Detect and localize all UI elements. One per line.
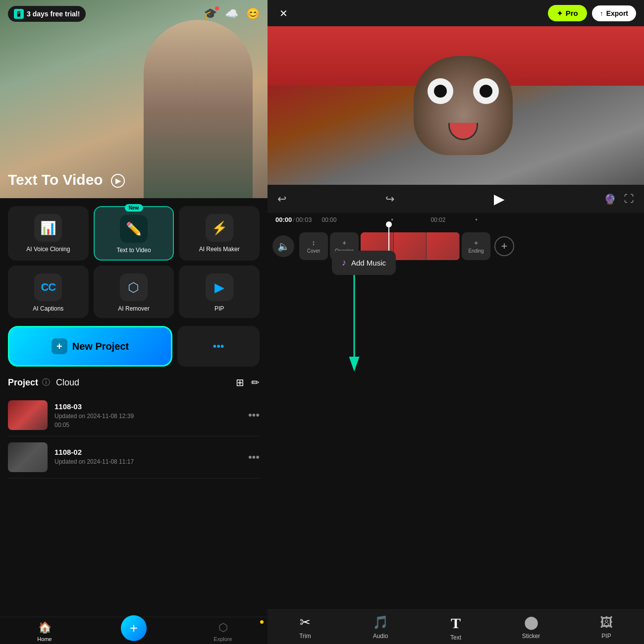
project-more-1[interactable]: ••• <box>248 409 260 422</box>
volume-button[interactable]: 🔈 <box>272 235 294 257</box>
video-frame-3 <box>427 232 460 260</box>
magic-icon[interactable]: 🔮 <box>604 193 616 205</box>
project-more-2[interactable]: ••• <box>248 451 260 464</box>
hero-background: 📱 3 days free trial! 🎓 ☁️ 😊 Text To Vide… <box>0 0 268 198</box>
tool-audio[interactable]: 🎵 Audio <box>343 615 418 641</box>
cat-video-frame <box>268 26 644 185</box>
tools-section: 📊 AI Voice Cloning New ✏️ Text to Video … <box>0 198 268 326</box>
time-total: 00:03 <box>296 216 312 223</box>
right-panel: ✕ ✦ Pro ↑ Export <box>268 0 644 644</box>
edit-projects-icon[interactable]: ✏ <box>251 376 260 388</box>
more-options-button[interactable]: ••• <box>177 326 260 367</box>
pointer-arrow <box>268 213 644 609</box>
top-bar: 📱 3 days free trial! 🎓 ☁️ 😊 <box>0 0 268 28</box>
time-dot-2: • <box>475 216 477 223</box>
pro-star-icon: ✦ <box>557 9 563 17</box>
project-info-1: 1108-03 Updated on 2024-11-08 12:39 00:0… <box>54 402 241 429</box>
tool-ai-remover[interactable]: ⬡ AI Remover <box>94 266 174 318</box>
tool-sticker[interactable]: ⬤ Sticker <box>493 615 569 641</box>
tool-text-to-video[interactable]: New ✏️ Text to Video <box>94 206 174 261</box>
right-top-actions: ✦ Pro ↑ Export <box>548 5 636 21</box>
new-badge: New <box>125 204 143 212</box>
ai-reels-label: AI Reels Maker <box>199 246 240 253</box>
new-project-plus-icon: + <box>52 338 67 354</box>
table-row[interactable]: 1108-03 Updated on 2024-11-08 12:39 00:0… <box>8 394 260 436</box>
play-circle-icon[interactable]: ▶ <box>111 174 125 188</box>
ending-clip[interactable]: + Ending <box>462 232 490 260</box>
pip-icon: ▶ <box>215 280 224 295</box>
arrow-overlay <box>268 213 644 609</box>
ai-reels-icon-box: ⚡ <box>206 214 233 242</box>
time-ruler: 00:00 / 00:03 00:00 • 00:02 • <box>268 213 644 226</box>
explore-notification-dot <box>260 620 264 624</box>
pip-tool-icon: 🖼 <box>600 615 613 630</box>
time-marks: 00:00 • 00:02 • <box>322 216 636 223</box>
cat-eye-right <box>473 78 499 104</box>
ai-captions-label: AI Captions <box>33 305 63 312</box>
redo-button[interactable]: ↪ <box>385 193 394 206</box>
undo-button[interactable]: ↩ <box>277 193 286 206</box>
project-date-2: Updated on 2024-11-08 11:17 <box>54 458 241 465</box>
ending-icon: + <box>474 239 478 247</box>
tool-ai-reels-maker[interactable]: ⚡ AI Reels Maker <box>179 206 260 261</box>
tool-pip[interactable]: 🖼 PIP <box>569 615 644 641</box>
table-row[interactable]: 1108-02 Updated on 2024-11-08 11:17 ••• <box>8 436 260 479</box>
trial-badge[interactable]: 📱 3 days free trial! <box>8 6 86 22</box>
bottom-navigation: 🏠 Home + ⬡ Explore <box>0 617 268 644</box>
bottom-tool-bar: ✂ Trim 🎵 Audio T Text ⬤ Sticker 🖼 PIP <box>268 609 644 644</box>
nav-home[interactable]: 🏠 Home <box>0 621 89 642</box>
ai-voice-icon: 📊 <box>40 220 56 236</box>
project-thumbnail-1 <box>8 400 48 430</box>
cat-pupil-left <box>434 85 447 98</box>
nav-explore[interactable]: ⬡ Explore <box>178 621 268 642</box>
home-label: Home <box>37 636 52 642</box>
more-dots-icon: ••• <box>213 340 224 353</box>
time-current: 00:00 <box>275 216 292 223</box>
cat-face <box>414 56 513 155</box>
ai-remover-label: AI Remover <box>118 305 149 312</box>
project-duration-1: 00:05 <box>54 422 241 429</box>
smiley-icon[interactable]: 😊 <box>246 7 260 20</box>
graduation-icon[interactable]: 🎓 <box>204 7 217 20</box>
project-name-2: 1108-02 <box>54 448 241 456</box>
text-to-video-icon-box: ✏️ <box>120 215 148 243</box>
new-project-button[interactable]: + New Project <box>8 326 172 367</box>
tool-ai-captions[interactable]: CC AI Captions <box>8 266 89 318</box>
export-button[interactable]: ↑ Export <box>592 5 636 21</box>
grid-view-icon[interactable]: ⊞ <box>236 376 244 388</box>
hero-text-area: Text To Video ▶ <box>8 171 125 188</box>
left-panel: 📱 3 days free trial! 🎓 ☁️ 😊 Text To Vide… <box>0 0 268 644</box>
play-button[interactable]: ▶ <box>494 191 505 207</box>
pro-upgrade-button[interactable]: ✦ Pro <box>548 5 587 21</box>
cat-pupil-right <box>480 85 492 98</box>
cover-icon: ↕ <box>312 239 316 247</box>
time-mark-1: 00:00 <box>322 216 336 223</box>
track-row: 🔈 ↕ Cover + Opening + Ending <box>268 226 644 266</box>
cover-clip[interactable]: ↕ Cover <box>299 232 328 260</box>
cloud-icon[interactable]: ☁️ <box>225 7 238 20</box>
text-label: Text <box>450 634 461 641</box>
home-icon: 🏠 <box>38 621 52 634</box>
tool-ai-voice-cloning[interactable]: 📊 AI Voice Cloning <box>8 206 89 261</box>
projects-header: Project ⓘ Cloud ⊞ ✏ <box>0 375 268 394</box>
tool-trim[interactable]: ✂ Trim <box>268 615 343 641</box>
notification-dot <box>215 6 219 10</box>
close-button[interactable]: ✕ <box>275 5 291 21</box>
trial-badge-icon: 📱 <box>14 9 24 19</box>
center-add-button[interactable]: + <box>121 615 147 641</box>
opening-icon: + <box>342 239 346 247</box>
nav-center-add[interactable]: + <box>89 621 178 642</box>
center-add-icon: + <box>130 620 138 636</box>
add-music-popup[interactable]: ♪ Add Music <box>332 251 396 275</box>
fullscreen-icon[interactable]: ⛶ <box>624 193 634 205</box>
add-clip-button[interactable]: + <box>494 236 514 256</box>
tool-pip[interactable]: ▶ PIP <box>179 266 260 318</box>
ai-captions-icon: CC <box>41 281 55 294</box>
info-icon[interactable]: ⓘ <box>42 377 50 388</box>
tool-text[interactable]: T Text <box>418 615 493 641</box>
pro-label: Pro <box>566 9 578 17</box>
top-bar-icons: 🎓 ☁️ 😊 <box>204 7 260 20</box>
tools-grid: 📊 AI Voice Cloning New ✏️ Text to Video … <box>8 206 260 318</box>
project-thumbnail-2 <box>8 442 48 472</box>
cloud-tab-label[interactable]: Cloud <box>56 377 79 388</box>
